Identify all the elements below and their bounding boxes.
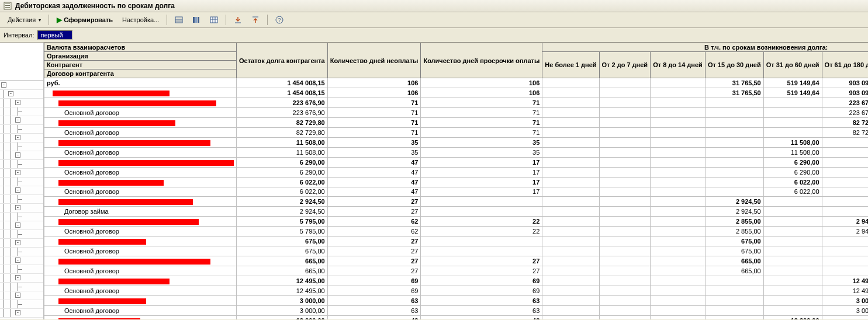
table-row[interactable]: Договор займа2 924,50272 924,50	[44, 207, 869, 217]
cell-d2: 71	[421, 127, 542, 137]
cell-d2: 17	[421, 157, 542, 167]
cell-c3	[651, 167, 706, 177]
cell-d2	[421, 207, 542, 217]
tree-toggle[interactable]: -	[15, 187, 20, 193]
table-row[interactable]: Основной договор6 022,0047176 022,00	[44, 187, 869, 197]
actions-menu[interactable]: Действия ▾	[4, 15, 45, 25]
cell-c4	[705, 98, 763, 107]
table-row[interactable]: Основной договор3 000,0063633 000,00	[44, 305, 869, 315]
cell-c6: 3 000,00	[822, 295, 868, 305]
cell-d1: 27	[327, 236, 421, 246]
table-row[interactable]: Основной договор665,002727665,00	[44, 266, 869, 276]
cell-bal: 12 495,00	[237, 276, 328, 286]
table-row[interactable]: 3 000,0063633 000,00	[44, 295, 869, 305]
cell-c6	[822, 197, 868, 207]
table-row[interactable]: 6 290,0047176 290,00	[44, 157, 869, 167]
table-row[interactable]: 13 200,00434313 200,00	[44, 315, 869, 319]
cell-c3	[651, 266, 706, 276]
table-row[interactable]: 2 924,50272 924,50	[44, 197, 869, 207]
cell-c3	[651, 98, 706, 107]
tree-toggle[interactable]: -	[15, 258, 20, 263]
table-row[interactable]: 11 508,00353511 508,00	[44, 137, 869, 147]
table-row[interactable]: 12 495,00696912 495,00	[44, 276, 869, 286]
tree-toggle[interactable]: -	[15, 135, 20, 140]
cell-c2	[599, 217, 651, 227]
row-label: Основной договор	[64, 188, 119, 195]
tree-toggle[interactable]: -	[1, 82, 6, 88]
table-row[interactable]: 1 454 008,1510610631 765,50519 149,64903…	[44, 88, 869, 98]
tree-toggle[interactable]: -	[15, 170, 20, 175]
cell-d2: 22	[421, 227, 542, 236]
cell-d1: 63	[327, 295, 421, 305]
cell-c4	[705, 187, 763, 197]
tree-cell: -	[0, 134, 43, 142]
tree-toggle[interactable]: -	[15, 222, 20, 228]
tree-toggle[interactable]: -	[15, 205, 20, 210]
tree-cell: -	[0, 186, 43, 195]
tree-toggle[interactable]: -	[15, 275, 20, 280]
form-button[interactable]: ▶ Сформировать	[53, 14, 117, 26]
settings-button[interactable]: Настройка...	[118, 15, 163, 25]
cell-c1	[542, 157, 599, 167]
cell-d1: 62	[327, 217, 421, 227]
tree-toggle[interactable]: -	[15, 152, 20, 158]
cell-c1	[542, 246, 599, 256]
cell-c6	[822, 187, 868, 197]
svg-rect-7	[193, 17, 195, 23]
cell-c2	[599, 137, 651, 147]
tree-toggle[interactable]: -	[15, 100, 20, 105]
svg-rect-3	[5, 7, 10, 8]
tree-cell	[0, 160, 43, 169]
window-title: Дебиторская задолженность по срокам долг…	[15, 2, 175, 10]
table-row[interactable]: Основной договор6 290,0047176 290,00	[44, 167, 869, 177]
interval-input[interactable]	[37, 30, 72, 40]
table-row[interactable]: 5 795,0062222 855,002 940,00	[44, 217, 869, 227]
tree-toggle[interactable]: -	[8, 91, 13, 96]
table-row[interactable]: Основной договор5 795,0062222 855,002 94…	[44, 227, 869, 236]
tool-expand-button[interactable]	[247, 14, 264, 26]
tree-toggle[interactable]: -	[15, 117, 20, 123]
cell-c3	[651, 246, 706, 256]
tree-toggle[interactable]: -	[15, 293, 20, 298]
cell-c4	[705, 305, 763, 315]
table-row[interactable]: Основной договор675,0027675,00	[44, 246, 869, 256]
tree-toggle[interactable]: -	[15, 240, 20, 245]
cell-d2: 106	[421, 88, 542, 98]
table-row[interactable]: 665,002727665,00	[44, 256, 869, 266]
expand-icon	[251, 16, 260, 24]
tool-grid-button[interactable]	[171, 14, 187, 26]
row-name-cell	[44, 117, 237, 127]
cell-c6	[822, 207, 868, 217]
cell-c5: 519 149,64	[763, 78, 822, 88]
table-row[interactable]: Основной договор11 508,00353511 508,00	[44, 147, 869, 157]
cell-d1: 43	[327, 315, 421, 319]
table-row[interactable]: 82 729,80717182 729,80	[44, 117, 869, 127]
cell-d2: 35	[421, 147, 542, 157]
cell-c5	[763, 295, 822, 305]
table-row[interactable]: Основной договор82 729,80717182 729,80	[44, 127, 869, 137]
tool-table-button[interactable]	[206, 14, 222, 26]
table-row[interactable]: 223 676,907171223 676,90	[44, 98, 869, 107]
table-row[interactable]: 675,0027675,00	[44, 236, 869, 246]
cell-c2	[599, 276, 651, 286]
table-row[interactable]: 6 022,0047176 022,00	[44, 177, 869, 187]
table-row[interactable]: руб.1 454 008,1510610631 765,50519 149,6…	[44, 78, 869, 88]
redacted-text	[53, 91, 170, 96]
help-button[interactable]: ?	[271, 14, 288, 26]
cell-c1	[542, 117, 599, 127]
grid-icon	[175, 16, 183, 24]
cell-c1	[542, 256, 599, 266]
cell-c4: 31 765,50	[705, 88, 763, 98]
cell-c1	[542, 315, 599, 319]
table-row[interactable]: Основной договор12 495,00696912 495,00	[44, 286, 869, 296]
cell-c1	[542, 295, 599, 305]
cell-bal: 665,00	[237, 256, 328, 266]
row-name-cell: Основной договор	[44, 147, 237, 157]
cell-d2: 17	[421, 167, 542, 177]
tree-toggle[interactable]: -	[15, 310, 20, 315]
row-name-cell: Основной договор	[44, 286, 237, 296]
tool-collapse-button[interactable]	[230, 14, 246, 26]
table-row[interactable]: Основной договор223 676,907171223 676,90	[44, 107, 869, 117]
tool-columns-button[interactable]	[188, 14, 205, 26]
header-currency: Валюта взаиморасчетов	[44, 43, 236, 52]
